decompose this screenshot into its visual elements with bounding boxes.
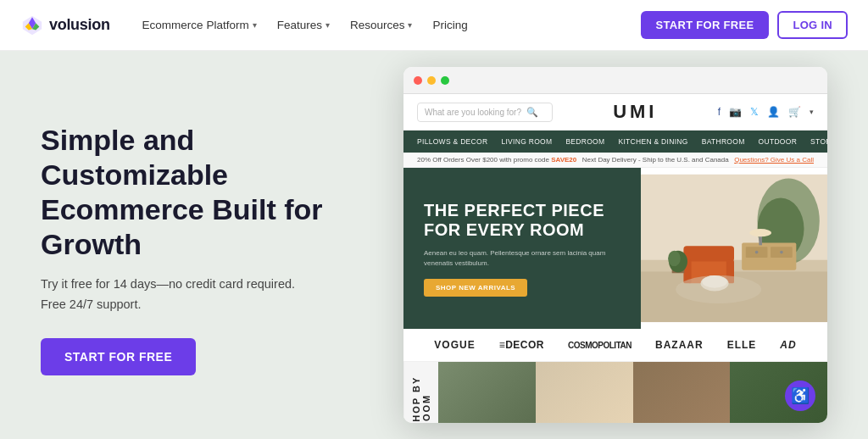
chevron-down-icon: ▾ [810, 108, 814, 116]
svg-point-9 [755, 251, 759, 254]
user-icon: 👤 [767, 106, 780, 118]
browser-close-dot [414, 76, 422, 85]
shop-by-room-label: SHOP BY ROOM [403, 362, 438, 423]
instagram-icon: 📷 [729, 106, 742, 118]
store-hero-image [641, 168, 827, 329]
hero-title: Simple and Customizable Ecommerce Built … [41, 123, 363, 261]
store-hero-cta-button[interactable]: SHOP NEW ARRIVALS [424, 279, 527, 297]
logo[interactable]: volusion [20, 14, 110, 37]
search-icon: 🔍 [526, 107, 538, 118]
store-nav-bathroom[interactable]: BATHROOM [695, 131, 752, 153]
store-nav: PILLOWS & DECOR LIVING ROOM BEDROOM KITC… [403, 131, 827, 153]
shop-room-image-3[interactable] [633, 362, 731, 423]
shop-room-image-2[interactable] [536, 362, 633, 423]
store-promo-banner: 20% Off Orders Over $200 with promo code… [403, 153, 827, 168]
svg-point-22 [676, 275, 761, 303]
browser-minimize-dot [427, 76, 436, 85]
store-search-placeholder: What are you looking for? [425, 108, 521, 117]
nav-features[interactable]: Features ▾ [269, 12, 338, 38]
store-logo: UMI [613, 101, 657, 123]
store-nav-living[interactable]: LIVING ROOM [494, 131, 559, 153]
nav-resources[interactable]: Resources ▾ [342, 12, 421, 38]
decor-logo: ≡DECOR [499, 339, 544, 351]
press-logos-section: VOGUE ≡DECOR COSMOPOLITAN BAZAAR ELLE AD [403, 329, 827, 362]
store-header-icons: f 📷 𝕏 👤 🛒 ▾ [718, 106, 814, 118]
bazaar-logo: BAZAAR [655, 339, 704, 351]
hero-subtitle: Try it free for 14 days—no credit card r… [41, 275, 363, 314]
store-hero-section: THE PERFECT PIECE FOR EVERY ROOM Aenean … [403, 168, 827, 329]
facebook-icon: f [718, 106, 721, 118]
cosmopolitan-logo: COSMOPOLITAN [568, 341, 632, 350]
hero-start-for-free-button[interactable]: START FOR FREE [41, 338, 196, 375]
store-hero-title: THE PERFECT PIECE FOR EVERY ROOM [424, 201, 620, 240]
cart-icon: 🛒 [788, 106, 801, 118]
store-header: What are you looking for? 🔍 UMI f 📷 𝕏 👤 … [403, 94, 827, 131]
store-hero-description: Aenean eu leo quam. Pellentesque ornare … [424, 248, 620, 269]
store-nav-outdoor[interactable]: OUTDOOR [752, 131, 804, 153]
svg-point-10 [780, 251, 783, 254]
login-button[interactable]: LOG IN [777, 11, 848, 39]
chevron-down-icon: ▾ [408, 20, 412, 30]
store-nav-pillows[interactable]: PILLOWS & DECOR [410, 131, 494, 153]
shop-by-room-section: SHOP BY ROOM [403, 362, 827, 423]
store-hero-illustration [641, 168, 827, 329]
svg-rect-14 [683, 246, 734, 261]
hero-left: Simple and Customizable Ecommerce Built … [41, 114, 363, 375]
browser-maximize-dot [441, 76, 449, 85]
nav-ecommerce-platform[interactable]: Ecommerce Platform ▾ [134, 12, 265, 38]
nav-pricing[interactable]: Pricing [424, 12, 476, 38]
chevron-down-icon: ▾ [253, 20, 257, 30]
chevron-down-icon: ▾ [326, 20, 330, 30]
twitter-icon: 𝕏 [750, 106, 759, 118]
svg-point-21 [668, 251, 681, 266]
vogue-logo: VOGUE [434, 339, 475, 351]
elle-logo: ELLE [727, 339, 757, 351]
store-nav-bedroom[interactable]: BEDROOM [559, 131, 611, 153]
logo-text: volusion [49, 16, 110, 34]
shop-room-image-1[interactable] [438, 362, 536, 423]
store-hero-content: THE PERFECT PIECE FOR EVERY ROOM Aenean … [403, 168, 641, 329]
site-header: volusion Ecommerce Platform ▾ Features ▾… [0, 0, 868, 51]
browser-mockup: What are you looking for? 🔍 UMI f 📷 𝕏 👤 … [403, 67, 827, 423]
browser-bar [403, 67, 827, 94]
volusion-logo-icon [20, 14, 44, 37]
main-content: Simple and Customizable Ecommerce Built … [0, 51, 868, 439]
ad-logo: AD [780, 339, 796, 351]
svg-point-12 [749, 229, 771, 236]
store-nav-storage[interactable]: STORAGE & ORGANIZATION [804, 131, 827, 153]
accessibility-icon: ♿ [791, 386, 810, 405]
main-nav: Ecommerce Platform ▾ Features ▾ Resource… [134, 12, 641, 38]
header-actions: START FOR FREE LOG IN [641, 11, 848, 39]
start-for-free-button[interactable]: START FOR FREE [641, 11, 770, 39]
shop-room-images [438, 362, 827, 423]
accessibility-button[interactable]: ♿ [785, 381, 815, 411]
store-nav-kitchen[interactable]: KITCHEN & DINING [611, 131, 694, 153]
store-search-bar[interactable]: What are you looking for? 🔍 [417, 103, 553, 122]
